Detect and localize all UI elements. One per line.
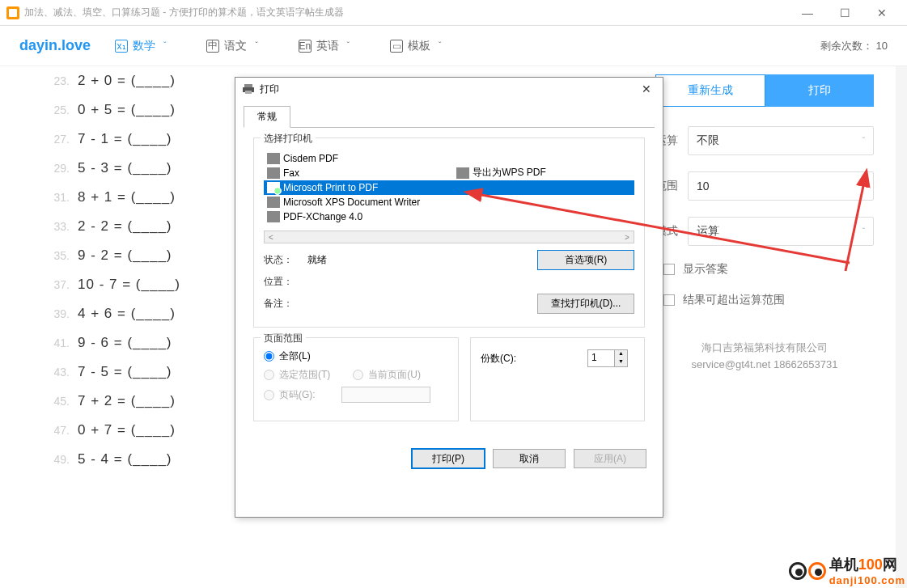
regenerate-button[interactable]: 重新生成 [655, 74, 765, 107]
range-selection-label: 选定范围(T) [279, 368, 330, 382]
titlebar: 加法、减法、填空、口算练习题 - 方便打印的算术题，语文英语字帖生成器 — ☐ … [0, 0, 907, 26]
english-icon: En [299, 40, 312, 53]
copies-value: 1 [588, 350, 614, 366]
general-tab[interactable]: 常规 [244, 106, 290, 128]
nav-math[interactable]: x₁ 数学 ˇ [115, 39, 166, 53]
printer-name: Microsoft Print to PDF [283, 182, 378, 193]
problem-text: 9 - 2 = (____) [78, 247, 172, 264]
problem-text: 0 + 5 = (____) [78, 102, 176, 118]
status-label: 状态： [264, 253, 304, 267]
preferences-button[interactable]: 首选项(R) [537, 250, 634, 270]
find-printer-button[interactable]: 查找打印机(D)... [537, 294, 634, 314]
printer-name: Fax [283, 167, 299, 179]
problem-text: 7 - 5 = (____) [78, 364, 172, 380]
page-scrollbar[interactable] [896, 66, 907, 588]
problem-text: 9 - 6 = (____) [78, 335, 172, 351]
select-printer-label: 选择打印机 [261, 132, 316, 146]
printer-icon [242, 82, 255, 95]
printer-name: PDF-XChange 4.0 [283, 211, 362, 222]
problem-number: 27. [49, 133, 78, 146]
problem-text: 5 - 4 = (____) [78, 451, 172, 467]
problem-number: 33. [49, 220, 78, 233]
printer-wps[interactable]: 导出为WPS PDF [456, 166, 546, 180]
printer-icon [267, 167, 280, 179]
print-dialog: 打印 ✕ 常规 选择打印机 Cisdem PDFFaxMicrosoft Pri… [235, 77, 663, 518]
nav-english[interactable]: En 英语 ˇ [299, 39, 350, 53]
chevron-down-icon: ˇ [862, 227, 865, 236]
spinner-up-icon[interactable]: ▲ [614, 350, 627, 358]
close-button[interactable]: ✕ [863, 0, 901, 26]
printer-icon [267, 197, 280, 208]
dialog-close-button[interactable]: ✕ [637, 82, 656, 95]
printer-icon [267, 211, 280, 222]
scroll-right-icon[interactable]: > [621, 233, 634, 242]
printer-list[interactable]: Cisdem PDFFaxMicrosoft Print to PDFMicro… [264, 151, 634, 224]
printer-item[interactable]: Microsoft XPS Document Writer [264, 195, 634, 209]
problem-text: 7 - 1 = (____) [78, 131, 172, 147]
printer-icon [456, 167, 469, 179]
problem-number: 37. [49, 278, 78, 291]
status-value: 就绪 [307, 253, 534, 267]
problem-number: 47. [49, 424, 78, 437]
window-title: 加法、减法、填空、口算练习题 - 方便打印的算术题，语文英语字帖生成器 [24, 6, 344, 19]
copies-spinner[interactable]: 1 ▲ ▼ [587, 349, 628, 367]
printer-item[interactable]: PDF-XChange 4.0 [264, 209, 634, 224]
printer-scrollbar[interactable]: < > [264, 231, 634, 243]
problem-number: 23. [49, 74, 78, 87]
nav-chinese[interactable]: 中 语文 ˇ [206, 39, 257, 53]
notes-label: 备注： [264, 297, 304, 311]
range-pages-label: 页码(G): [279, 388, 316, 402]
problem-text: 0 + 7 = (____) [78, 422, 176, 438]
overflow-label: 结果可超出运算范围 [683, 293, 785, 307]
chevron-down-icon: ˇ [862, 182, 865, 191]
problem-number: 39. [49, 307, 78, 320]
printer-item[interactable]: Microsoft Print to PDF [264, 180, 634, 195]
company-info: 海口吉第福第科技有限公司 service@gt4t.net 1866265373… [655, 340, 874, 374]
dialog-titlebar: 打印 ✕ [235, 78, 663, 100]
chevron-down-icon: ˇ [255, 41, 257, 50]
nav-template[interactable]: ▭ 模板 ˇ [390, 39, 441, 53]
dialog-print-button[interactable]: 打印(P) [412, 449, 485, 468]
chevron-down-icon: ˇ [862, 137, 865, 146]
problem-number: 41. [49, 336, 78, 349]
app-icon [6, 6, 19, 19]
printer-name: Microsoft XPS Document Writer [283, 197, 420, 208]
show-answers-label: 显示答案 [683, 262, 728, 277]
range-pages-radio [264, 390, 274, 400]
problem-number: 31. [49, 191, 78, 204]
scroll-left-icon[interactable]: < [265, 233, 278, 242]
svg-rect-2 [245, 91, 252, 94]
printer-item[interactable]: Fax [264, 166, 634, 180]
problem-text: 2 - 2 = (____) [78, 218, 172, 235]
mode-select[interactable]: 运算 ˇ [688, 217, 874, 246]
chevron-down-icon: ˇ [163, 41, 166, 50]
math-icon: x₁ [115, 40, 128, 53]
dialog-title-text: 打印 [260, 82, 279, 96]
maximize-button[interactable]: ☐ [826, 0, 863, 26]
spinner-down-icon[interactable]: ▼ [614, 358, 627, 366]
minimize-button[interactable]: — [789, 0, 826, 26]
eye-icon [789, 562, 807, 580]
logo: dayin.love [19, 37, 91, 54]
operation-select[interactable]: 不限 ˇ [688, 126, 874, 155]
range-all-radio[interactable] [264, 351, 274, 362]
nav-english-label: 英语 [316, 39, 339, 53]
nav-math-label: 数学 [133, 39, 155, 53]
printer-item[interactable]: Cisdem PDF [264, 151, 634, 166]
copies-label: 份数(C): [481, 352, 516, 366]
range-all-label: 全部(L) [279, 349, 311, 363]
print-button[interactable]: 打印 [765, 74, 874, 107]
range-select[interactable]: 10 ˇ [688, 171, 874, 201]
location-label: 位置： [264, 275, 304, 289]
nav-template-label: 模板 [408, 39, 430, 53]
printer-icon [267, 153, 280, 164]
overflow-checkbox[interactable] [663, 294, 675, 306]
chinese-icon: 中 [206, 40, 219, 53]
dialog-cancel-button[interactable]: 取消 [493, 449, 566, 468]
chevron-down-icon: ˇ [439, 41, 441, 50]
range-current-radio [353, 370, 363, 380]
page-range-fieldset: 页面范围 全部(L) 选定范围(T) 当前页面(U) 页码(G): [253, 337, 459, 421]
printer-name: Cisdem PDF [283, 153, 338, 164]
show-answers-checkbox[interactable] [663, 264, 675, 275]
nav-chinese-label: 语文 [224, 39, 247, 53]
